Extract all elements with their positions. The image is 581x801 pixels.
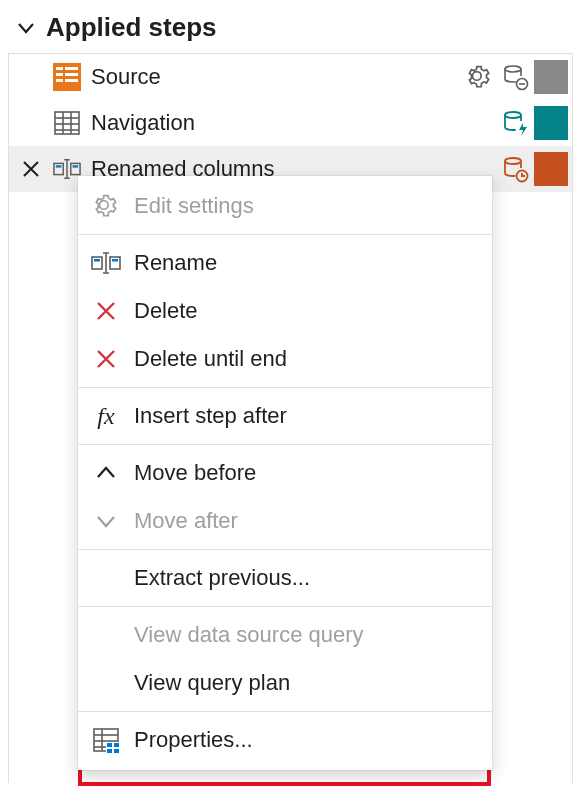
menu-rename[interactable]: Rename [78, 239, 492, 287]
svg-rect-38 [114, 749, 119, 753]
menu-separator [78, 387, 492, 388]
chevron-down-icon [78, 510, 134, 532]
delete-icon [78, 300, 134, 322]
menu-label: Move before [134, 460, 256, 486]
menu-insert-step-after[interactable]: fx Insert step after [78, 392, 492, 440]
step-item[interactable]: Source [9, 54, 572, 100]
accent-bar [534, 106, 568, 140]
menu-move-after: Move after [78, 497, 492, 545]
database-clock-icon[interactable] [498, 152, 532, 186]
svg-rect-20 [73, 165, 79, 167]
svg-rect-1 [56, 67, 63, 70]
svg-rect-19 [71, 163, 80, 174]
menu-properties[interactable]: Properties... [78, 716, 492, 764]
menu-label: View data source query [134, 622, 364, 648]
panel-header[interactable]: Applied steps [0, 8, 581, 53]
database-minus-icon[interactable] [498, 60, 532, 94]
menu-label: Rename [134, 250, 217, 276]
svg-point-7 [505, 66, 521, 72]
menu-label: Move after [134, 508, 238, 534]
svg-rect-36 [114, 743, 119, 747]
svg-rect-37 [107, 749, 112, 753]
menu-separator [78, 234, 492, 235]
properties-icon [78, 727, 134, 753]
rename-icon [78, 251, 134, 275]
menu-separator [78, 549, 492, 550]
svg-rect-27 [112, 259, 118, 262]
svg-rect-18 [56, 165, 62, 167]
svg-rect-17 [54, 163, 63, 174]
svg-rect-2 [65, 67, 78, 70]
menu-label: Extract previous... [134, 565, 310, 591]
menu-delete-until-end[interactable]: Delete until end [78, 335, 492, 383]
delete-icon [78, 348, 134, 370]
accent-bar [534, 152, 568, 186]
source-icon [53, 63, 81, 91]
delete-step-icon[interactable] [20, 158, 42, 180]
menu-label: Edit settings [134, 193, 254, 219]
menu-label: Delete until end [134, 346, 287, 372]
menu-edit-settings: Edit settings [78, 182, 492, 230]
menu-label: Insert step after [134, 403, 287, 429]
menu-label: View query plan [134, 670, 290, 696]
accent-bar [534, 60, 568, 94]
svg-rect-5 [56, 79, 63, 82]
menu-view-query-plan[interactable]: View query plan [78, 659, 492, 707]
rename-columns-icon [53, 155, 81, 183]
chevron-down-icon [16, 18, 36, 38]
menu-extract-previous[interactable]: Extract previous... [78, 554, 492, 602]
svg-rect-4 [65, 73, 78, 76]
menu-move-before[interactable]: Move before [78, 449, 492, 497]
menu-separator [78, 711, 492, 712]
database-bolt-icon[interactable] [498, 106, 532, 140]
svg-rect-24 [92, 257, 102, 269]
menu-label: Properties... [134, 727, 253, 753]
svg-point-22 [505, 158, 521, 164]
svg-rect-6 [65, 79, 78, 82]
gear-icon[interactable] [462, 60, 496, 94]
menu-view-data-source-query: View data source query [78, 611, 492, 659]
svg-point-16 [505, 112, 521, 118]
menu-delete[interactable]: Delete [78, 287, 492, 335]
chevron-up-icon [78, 462, 134, 484]
svg-rect-35 [107, 743, 112, 747]
step-label: Source [81, 64, 462, 90]
svg-rect-26 [110, 257, 120, 269]
step-label: Navigation [81, 110, 498, 136]
step-item[interactable]: Navigation [9, 100, 572, 146]
fx-icon: fx [78, 403, 134, 430]
step-context-menu: Edit settings Rename Delete Delete until… [78, 176, 492, 770]
gear-icon [78, 193, 134, 219]
menu-label: Delete [134, 298, 198, 324]
svg-rect-25 [94, 259, 100, 262]
svg-rect-3 [56, 73, 63, 76]
menu-separator [78, 606, 492, 607]
panel-title: Applied steps [46, 12, 216, 43]
menu-separator [78, 444, 492, 445]
table-icon [53, 109, 81, 137]
